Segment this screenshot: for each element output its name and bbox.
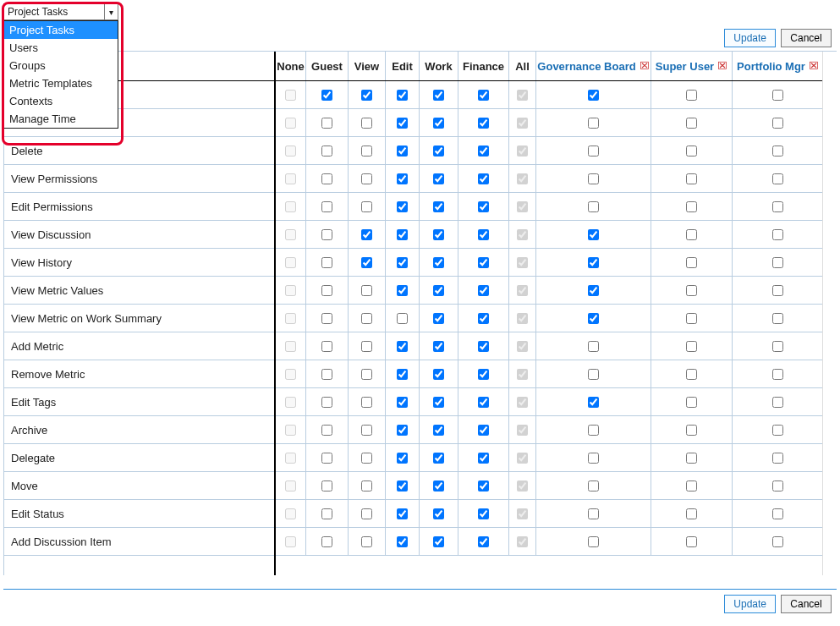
permission-checkbox[interactable] bbox=[433, 453, 444, 464]
permission-checkbox[interactable] bbox=[588, 118, 599, 129]
permission-checkbox[interactable] bbox=[321, 173, 332, 184]
permission-checkbox[interactable] bbox=[361, 313, 372, 324]
permissions-grid[interactable]: None Guest View Edit Work Finance All Go… bbox=[276, 52, 822, 575]
permission-checkbox[interactable] bbox=[686, 480, 697, 491]
permission-checkbox[interactable] bbox=[397, 536, 408, 547]
permission-checkbox[interactable] bbox=[517, 397, 528, 408]
permission-checkbox[interactable] bbox=[361, 118, 372, 129]
permission-checkbox[interactable] bbox=[686, 313, 697, 324]
permission-checkbox[interactable] bbox=[478, 90, 489, 101]
permission-checkbox[interactable] bbox=[588, 90, 599, 101]
permission-checkbox[interactable] bbox=[478, 146, 489, 156]
permission-checkbox[interactable] bbox=[517, 201, 528, 212]
permission-checkbox[interactable] bbox=[285, 425, 296, 436]
permission-checkbox[interactable] bbox=[433, 397, 444, 408]
permission-checkbox[interactable] bbox=[397, 173, 408, 184]
permission-checkbox[interactable] bbox=[588, 173, 599, 184]
permission-checkbox[interactable] bbox=[588, 425, 599, 436]
permission-checkbox[interactable] bbox=[686, 285, 697, 296]
permission-checkbox[interactable] bbox=[517, 173, 528, 184]
col-header-governance-board[interactable]: Governance Board bbox=[536, 52, 651, 80]
permission-checkbox[interactable] bbox=[772, 257, 783, 268]
dropdown-option[interactable]: Metric Templates bbox=[4, 74, 118, 92]
permission-checkbox[interactable] bbox=[588, 341, 599, 352]
permission-checkbox[interactable] bbox=[397, 90, 408, 101]
permission-checkbox[interactable] bbox=[433, 313, 444, 324]
permission-checkbox[interactable] bbox=[285, 173, 296, 184]
permission-checkbox[interactable] bbox=[686, 90, 697, 101]
permission-checkbox[interactable] bbox=[321, 229, 332, 240]
permission-checkbox[interactable] bbox=[686, 257, 697, 268]
permission-checkbox[interactable] bbox=[588, 201, 599, 212]
permission-checkbox[interactable] bbox=[517, 425, 528, 436]
permission-checkbox[interactable] bbox=[433, 173, 444, 184]
permission-checkbox[interactable] bbox=[285, 508, 296, 519]
permission-checkbox[interactable] bbox=[321, 90, 332, 101]
permission-checkbox[interactable] bbox=[397, 425, 408, 436]
permission-checkbox[interactable] bbox=[478, 118, 489, 129]
update-button[interactable]: Update bbox=[724, 29, 776, 47]
permission-checkbox[interactable] bbox=[517, 285, 528, 296]
permission-checkbox[interactable] bbox=[361, 369, 372, 380]
permission-checkbox[interactable] bbox=[285, 480, 296, 491]
permission-checkbox[interactable] bbox=[772, 453, 783, 464]
permission-checkbox[interactable] bbox=[772, 118, 783, 129]
permission-checkbox[interactable] bbox=[321, 313, 332, 324]
permission-checkbox[interactable] bbox=[433, 90, 444, 101]
permission-checkbox[interactable] bbox=[285, 118, 296, 129]
permission-checkbox[interactable] bbox=[517, 480, 528, 491]
permission-checkbox[interactable] bbox=[397, 118, 408, 129]
permission-checkbox[interactable] bbox=[285, 369, 296, 380]
permission-checkbox[interactable] bbox=[321, 536, 332, 547]
permission-checkbox[interactable] bbox=[285, 313, 296, 324]
permission-checkbox[interactable] bbox=[517, 118, 528, 129]
permission-checkbox[interactable] bbox=[772, 397, 783, 408]
permission-checkbox[interactable] bbox=[686, 118, 697, 129]
permission-checkbox[interactable] bbox=[361, 90, 372, 101]
permission-checkbox[interactable] bbox=[478, 480, 489, 491]
permission-checkbox[interactable] bbox=[478, 257, 489, 268]
permission-checkbox[interactable] bbox=[772, 480, 783, 491]
permission-checkbox[interactable] bbox=[397, 313, 408, 324]
permission-checkbox[interactable] bbox=[433, 257, 444, 268]
permission-checkbox[interactable] bbox=[321, 118, 332, 129]
permission-checkbox[interactable] bbox=[588, 146, 599, 156]
permission-checkbox[interactable] bbox=[772, 229, 783, 240]
permission-checkbox[interactable] bbox=[433, 118, 444, 129]
permission-checkbox[interactable] bbox=[588, 397, 599, 408]
permission-checkbox[interactable] bbox=[361, 397, 372, 408]
permission-checkbox[interactable] bbox=[361, 285, 372, 296]
permission-checkbox[interactable] bbox=[433, 146, 444, 156]
vertical-scrollbar[interactable] bbox=[822, 52, 837, 575]
permission-checkbox[interactable] bbox=[686, 508, 697, 519]
permission-checkbox[interactable] bbox=[321, 341, 332, 352]
permission-checkbox[interactable] bbox=[517, 229, 528, 240]
permission-checkbox[interactable] bbox=[397, 397, 408, 408]
permission-checkbox[interactable] bbox=[433, 341, 444, 352]
permission-checkbox[interactable] bbox=[433, 508, 444, 519]
dropdown-option[interactable]: Groups bbox=[4, 57, 118, 74]
permission-checkbox[interactable] bbox=[588, 536, 599, 547]
dropdown-option[interactable]: Users bbox=[4, 39, 118, 57]
col-header-super-user[interactable]: Super User bbox=[651, 52, 733, 80]
permission-checkbox[interactable] bbox=[772, 90, 783, 101]
permission-checkbox[interactable] bbox=[397, 341, 408, 352]
permission-checkbox[interactable] bbox=[285, 146, 296, 156]
permission-checkbox[interactable] bbox=[478, 508, 489, 519]
permission-checkbox[interactable] bbox=[478, 369, 489, 380]
permission-checkbox[interactable] bbox=[478, 285, 489, 296]
permission-checkbox[interactable] bbox=[361, 201, 372, 212]
permission-checkbox[interactable] bbox=[517, 90, 528, 101]
permission-checkbox[interactable] bbox=[588, 453, 599, 464]
permission-checkbox[interactable] bbox=[478, 173, 489, 184]
permission-checkbox[interactable] bbox=[517, 257, 528, 268]
permission-checkbox[interactable] bbox=[772, 369, 783, 380]
delete-icon[interactable] bbox=[640, 60, 650, 73]
permission-checkbox[interactable] bbox=[772, 146, 783, 156]
permission-checkbox[interactable] bbox=[772, 508, 783, 519]
permission-checkbox[interactable] bbox=[517, 341, 528, 352]
permission-checkbox[interactable] bbox=[397, 229, 408, 240]
permission-checkbox[interactable] bbox=[517, 453, 528, 464]
permission-checkbox[interactable] bbox=[588, 508, 599, 519]
permission-checkbox[interactable] bbox=[433, 229, 444, 240]
